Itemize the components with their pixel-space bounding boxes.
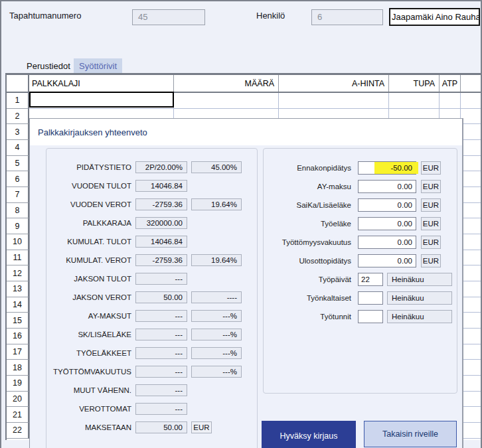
entry-row-label: SaiKa/Lisäeläke [268,198,351,212]
row-number[interactable]: 20 [7,392,29,408]
currency-label: EUR [421,217,441,230]
grid-cell[interactable] [461,234,482,250]
table-row: 1 [7,93,482,109]
grid-cell[interactable] [461,124,482,140]
row-number[interactable]: 13 [7,281,29,297]
row-number[interactable]: 19 [7,376,29,392]
grid-cell[interactable] [461,313,482,329]
amount-input[interactable]: 0.00 [358,254,416,267]
grid-cell[interactable] [461,250,482,266]
grid-cell[interactable] [461,265,482,281]
grid-cell[interactable] [461,392,482,408]
grid-cell[interactable] [461,203,482,219]
grid-cell[interactable] [461,329,482,344]
entry-row: Työttömyysvakuutus0.00EUR [30,236,463,249]
entry-row: AY-maksu0.00EUR [30,180,463,193]
currency-label: EUR [421,180,441,193]
amount-value: 0.00 [359,236,416,248]
entry-row-label: Ennakonpidätys [268,161,351,175]
row-number[interactable]: 4 [7,140,29,156]
row-number[interactable]: 1 [7,93,29,109]
grid-cell[interactable] [461,187,482,203]
entry-row: SaiKa/Lisäeläke0.00EUR [30,198,463,212]
amount-input[interactable]: 0.00 [358,198,416,212]
row-number[interactable]: 11 [7,250,29,266]
summary-row-label: MAKSETAAN [51,421,131,433]
row-number[interactable]: 16 [7,329,29,344]
accept-entry-button[interactable]: Hyväksy kirjaus [262,421,356,448]
grid-cell[interactable] [29,93,174,109]
grid-cell[interactable] [461,360,482,376]
grid-cell[interactable] [279,93,389,109]
grid-cell[interactable] [461,423,482,439]
amount-input[interactable]: 0.00 [358,236,416,249]
summary-row-label: TYÖTTÖMVAKUUTUS [51,366,131,378]
amount-value: 0.00 [359,181,416,192]
entry-row-label: Työnkaltaiset [268,291,351,305]
summary-row-value: --- [135,329,187,340]
grid-cell[interactable] [461,156,482,172]
grid-cell[interactable] [389,93,440,109]
currency-label: EUR [421,161,441,175]
days-input[interactable]: 22 [358,273,383,286]
currency-label: EUR [421,198,441,212]
row-number[interactable]: 6 [7,171,29,187]
row-number[interactable]: 21 [7,407,29,423]
entry-row-label: Työttömyysvakuutus [268,236,351,249]
grid-cell[interactable] [461,281,482,297]
grid-cell[interactable] [461,376,482,392]
grid-cell[interactable] [461,344,482,360]
amount-input[interactable]: 0.00 [358,180,416,193]
days-input[interactable] [358,310,383,323]
grid-cell[interactable] [440,93,461,109]
column-header: PALKKALAJI [29,75,174,92]
row-number[interactable]: 5 [7,156,29,172]
summary-row-label: VEROTTOMAT [51,403,131,415]
grid-cell[interactable] [461,109,482,125]
currency-label: EUR [421,236,441,249]
grid-cell[interactable] [461,407,482,423]
row-number[interactable]: 9 [7,218,29,234]
grid-cell[interactable] [461,297,482,313]
row-number[interactable]: 7 [7,187,29,203]
grid-cell[interactable] [461,140,482,156]
row-number[interactable]: 14 [7,297,29,313]
column-header [7,75,29,92]
summary-row-value: --- [135,403,187,415]
row-number[interactable]: 2 [7,109,29,125]
entry-row: Ulosottopidätys0.00EUR [30,254,463,267]
person-name-field[interactable]: Jaapamäki Aino Rauha [389,8,480,26]
row-number[interactable]: 3 [7,124,29,140]
summary-row: TYÖTTÖMVAKUUTUS------% [30,366,463,379]
amount-input[interactable]: -50.00 [358,161,416,175]
grid-cell[interactable] [174,93,279,109]
grid-cell[interactable] [461,218,482,234]
row-number[interactable]: 10 [7,234,29,250]
summary-row-percent: ---% [191,347,242,359]
month-label: Heinäkuu [387,291,452,305]
row-number[interactable]: 17 [7,344,29,360]
grid-cell[interactable] [461,171,482,187]
transaction-number-label: Tapahtumanumero [9,11,81,21]
column-header: ATP [440,75,461,92]
back-to-rows-button[interactable]: Takaisin riveille [364,421,457,447]
summary-row: MUUT VÄHENN.--- [30,384,463,398]
amount-input[interactable]: 0.00 [358,217,416,230]
summary-row-value: --- [135,384,187,396]
summary-row-percent: ---% [191,329,242,340]
row-number[interactable]: 8 [7,203,29,219]
row-number[interactable]: 18 [7,360,29,376]
summary-row-value: 50.00 [135,421,187,433]
amount-value: -50.00 [359,162,416,174]
days-input[interactable] [358,291,383,305]
entry-row-label: Työeläke [268,217,351,230]
grid-cell[interactable] [461,93,482,109]
tab-perustiedot[interactable]: Perustiedot [24,58,73,73]
row-number[interactable]: 12 [7,265,29,281]
row-number[interactable]: 15 [7,313,29,329]
entry-row: TyötunnitHeinäkuu [30,310,463,323]
currency-label: EUR [191,421,212,433]
row-number[interactable]: 22 [7,423,29,439]
currency-label: EUR [421,254,441,267]
tab-syottorivit[interactable]: Syöttörivit [74,58,122,73]
